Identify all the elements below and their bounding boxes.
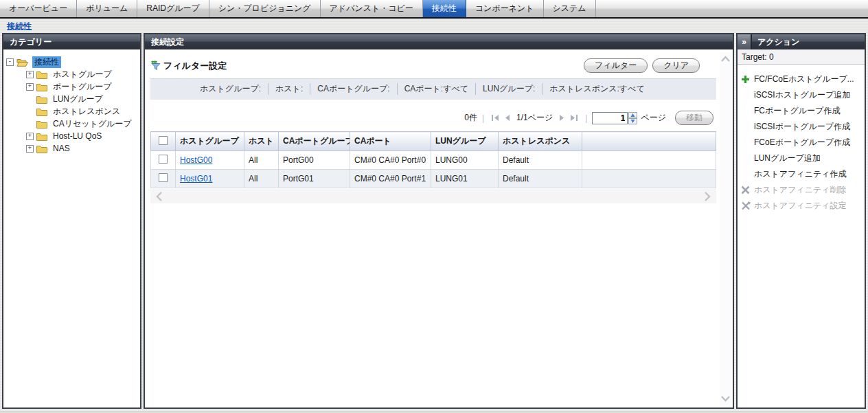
- action-label: ホストアフィニティ作成: [754, 168, 847, 180]
- prev-page-icon[interactable]: [505, 115, 510, 121]
- category-tree: - 接続性 + ホストグループ + ポートグループ LUNグループ: [3, 49, 140, 155]
- tab-advanced-copy[interactable]: アドバンスト・コピー: [321, 0, 423, 17]
- main-panel-header: 接続設定: [145, 34, 733, 49]
- folder-icon: [36, 107, 47, 116]
- horizontal-scrollbar[interactable]: [150, 189, 716, 203]
- tree-label-nas[interactable]: NAS: [51, 144, 72, 153]
- expand-icon[interactable]: +: [26, 133, 34, 140]
- action-add-fc-fcoe-host-group[interactable]: FC/FCoEホストグループ...: [740, 71, 863, 87]
- bottom-divider: [0, 412, 868, 412]
- tree-item-ca-reset-group: CAリセットグループ: [26, 118, 139, 130]
- folder-icon: [36, 82, 47, 91]
- collapse-panel-button[interactable]: »: [738, 34, 752, 49]
- cell-host-response: Default: [499, 151, 582, 170]
- table-header-row: ホストグループ ホスト CAポートグループ CAポート LUNグループ ホストレ…: [151, 132, 716, 151]
- cell-lun-group: LUNG00: [431, 151, 499, 170]
- main-panel-body: フィルター設定 フィルター クリア ホストグループ: ホスト: CAポートグルー…: [145, 49, 733, 409]
- page-spinner[interactable]: [628, 112, 637, 124]
- folder-icon: [36, 144, 47, 153]
- tree-item-nas: + NAS: [26, 142, 139, 155]
- action-add-iscsi-host-group[interactable]: iSCSIホストグループ追加: [740, 87, 863, 103]
- filter-summary-host-response: ホストレスポンス:すべて: [542, 83, 651, 95]
- filter-button[interactable]: フィルター: [584, 58, 648, 73]
- tree-label-lun-group[interactable]: LUNグループ: [51, 93, 105, 105]
- filter-summary-lun-group: LUNグループ:: [475, 83, 542, 95]
- tree-label-port-group[interactable]: ポートグループ: [51, 81, 113, 93]
- tab-system[interactable]: システム: [544, 0, 596, 17]
- col-header-ca-port: CAポート: [350, 132, 431, 151]
- host-group-link[interactable]: HostG00: [180, 155, 212, 165]
- tree-label-host-group[interactable]: ホストグループ: [51, 69, 114, 80]
- filter-summary-host: ホスト:: [268, 83, 310, 95]
- last-page-icon[interactable]: [570, 115, 578, 121]
- scroll-left-icon[interactable]: [156, 192, 163, 201]
- page-indicator: 1/1ページ: [516, 112, 553, 124]
- tree-item-connectivity-root: - 接続性: [6, 56, 139, 68]
- expand-icon[interactable]: +: [26, 145, 34, 153]
- filter-settings-title: フィルター設定: [163, 60, 227, 72]
- cell-ca-port-group: PortG00: [279, 151, 350, 170]
- open-folder-icon: [16, 58, 29, 67]
- cell-host: All: [244, 151, 279, 170]
- expand-icon[interactable]: +: [26, 71, 34, 78]
- action-create-fcoe-port-group[interactable]: FCoEポートグループ作成: [740, 135, 863, 150]
- action-label: FCポートグループ作成: [754, 105, 840, 117]
- action-configure-host-affinity: ホストアフィニティ設定: [740, 198, 863, 214]
- tab-component[interactable]: コンポーネント: [466, 0, 544, 17]
- action-add-lun-group[interactable]: LUNグループ追加: [740, 150, 863, 166]
- scroll-right-icon[interactable]: [704, 192, 711, 201]
- cell-host: All: [244, 170, 279, 188]
- next-page-icon[interactable]: [560, 115, 564, 121]
- action-label: iSCSIホストグループ追加: [754, 89, 850, 101]
- expand-icon[interactable]: +: [26, 83, 34, 91]
- scroll-up-icon[interactable]: [720, 56, 731, 63]
- action-create-fc-port-group[interactable]: FCポートグループ作成: [740, 103, 863, 119]
- row-checkbox[interactable]: [159, 155, 168, 164]
- select-all-checkbox[interactable]: [159, 136, 168, 145]
- actions-panel-header: » アクション: [738, 34, 865, 49]
- collapse-expander-icon[interactable]: -: [6, 58, 14, 66]
- breadcrumb-connectivity-link[interactable]: 接続性: [7, 21, 32, 32]
- page-number-input[interactable]: [592, 112, 628, 124]
- actions-panel-title: アクション: [752, 34, 865, 49]
- col-header-host: ホスト: [244, 132, 279, 151]
- tab-thin-provisioning[interactable]: シン・プロビジョニング: [209, 0, 321, 17]
- cell-lun-group: LUNG01: [431, 170, 499, 188]
- tab-volume[interactable]: ボリューム: [77, 0, 137, 17]
- tab-connectivity[interactable]: 接続性: [423, 0, 466, 17]
- breadcrumb: 接続性: [7, 20, 32, 32]
- cell-ca-port: CM#0 CA#0 Port#1: [350, 170, 431, 188]
- tree-label-connectivity[interactable]: 接続性: [32, 56, 61, 68]
- action-label: ホストアフィニティ設定: [754, 200, 847, 212]
- cell-ca-port-group: PortG01: [279, 170, 350, 188]
- vertical-scrollbar[interactable]: [720, 52, 731, 405]
- row-checkbox[interactable]: [159, 173, 168, 182]
- folder-icon: [36, 70, 47, 79]
- action-label: FCoEポートグループ作成: [754, 137, 850, 148]
- action-create-iscsi-port-group[interactable]: iSCSIポートグループ作成: [740, 119, 863, 135]
- plus-icon: [740, 75, 751, 84]
- col-header-empty: [582, 132, 716, 151]
- col-header-host-response: ホストレスポンス: [499, 132, 582, 151]
- col-header-ca-port-group: CAポートグループ: [279, 132, 350, 151]
- clear-button[interactable]: クリア: [652, 58, 700, 73]
- action-create-host-affinity[interactable]: ホストアフィニティ作成: [740, 166, 863, 182]
- cell-host-response: Default: [499, 170, 582, 188]
- tree-label-host-lu-qos[interactable]: Host-LU QoS: [51, 131, 104, 141]
- cell-ca-port: CM#0 CA#0 Port#0: [350, 151, 431, 170]
- tree-item-host-response: ホストレスポンス: [26, 105, 139, 118]
- folder-icon: [36, 95, 47, 104]
- tree-label-host-response[interactable]: ホストレスポンス: [51, 106, 122, 118]
- first-page-icon[interactable]: [492, 115, 499, 121]
- scroll-down-icon[interactable]: [720, 395, 731, 402]
- host-group-link[interactable]: HostG01: [180, 174, 212, 183]
- col-header-lun-group: LUNグループ: [431, 132, 499, 151]
- tab-overview[interactable]: オーバービュー: [0, 0, 77, 17]
- top-tab-bar: オーバービュー ボリューム RAIDグループ シン・プロビジョニング アドバンス…: [0, 0, 868, 19]
- go-button[interactable]: 移動: [675, 111, 713, 125]
- filter-summary-bar: ホストグループ: ホスト: CAポートグループ: CAポート:すべて LUNグル…: [150, 78, 716, 100]
- filter-summary-ca-port-group: CAポートグループ:: [310, 83, 396, 95]
- settings-tools-icon: [740, 201, 751, 210]
- tree-label-ca-reset-group[interactable]: CAリセットグループ: [51, 118, 134, 130]
- tab-raid-group[interactable]: RAIDグループ: [137, 0, 209, 17]
